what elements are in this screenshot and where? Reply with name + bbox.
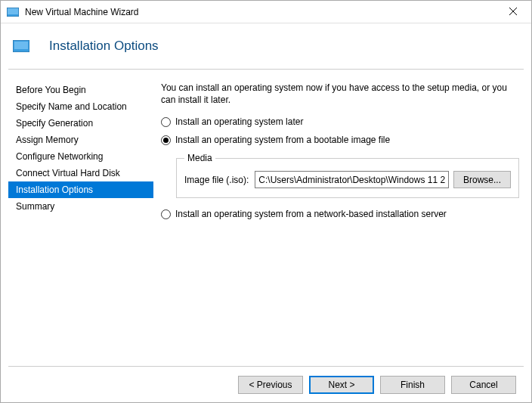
sidebar-item-connect-vhd[interactable]: Connect Virtual Hard Disk — [8, 165, 153, 181]
option-install-image-label: Install an operating system from a boota… — [175, 135, 390, 145]
sidebar-item-configure-networking[interactable]: Configure Networking — [8, 148, 153, 165]
sidebar-item-assign-memory[interactable]: Assign Memory — [8, 132, 153, 148]
page-title: Installation Options — [49, 39, 159, 54]
wizard-sidebar: Before You Begin Specify Name and Locati… — [8, 77, 153, 358]
titlebar: New Virtual Machine Wizard — [1, 1, 531, 23]
cancel-button[interactable]: Cancel — [451, 376, 516, 394]
sidebar-item-installation-options[interactable]: Installation Options — [8, 181, 153, 198]
browse-button[interactable]: Browse... — [453, 171, 511, 188]
finish-button[interactable]: Finish — [380, 376, 445, 394]
svg-rect-5 — [14, 42, 28, 49]
media-legend: Media — [184, 153, 215, 163]
wizard-window: New Virtual Machine Wizard Installation … — [0, 0, 532, 403]
next-button[interactable]: Next > — [309, 376, 374, 394]
main-panel: You can install an operating system now … — [159, 77, 524, 358]
sidebar-item-before-you-begin[interactable]: Before You Begin — [8, 82, 153, 98]
option-install-network[interactable]: Install an operating system from a netwo… — [161, 209, 519, 219]
wizard-footer: < Previous Next > Finish Cancel — [8, 366, 524, 402]
close-button[interactable] — [498, 1, 528, 22]
option-install-network-label: Install an operating system from a netwo… — [175, 209, 447, 219]
media-fieldset: Media Image file (.iso): Browse... — [176, 153, 519, 198]
wizard-header: Installation Options — [1, 23, 531, 69]
sidebar-item-specify-generation[interactable]: Specify Generation — [8, 115, 153, 132]
radio-checked-icon — [161, 135, 171, 145]
sidebar-item-summary[interactable]: Summary — [8, 198, 153, 215]
sidebar-item-specify-name[interactable]: Specify Name and Location — [8, 98, 153, 115]
image-file-input[interactable] — [255, 171, 449, 188]
vm-header-icon — [13, 40, 29, 52]
radio-icon — [161, 209, 171, 219]
media-row: Image file (.iso): Browse... — [184, 171, 511, 188]
intro-text: You can install an operating system now … — [161, 82, 519, 106]
vm-icon — [7, 8, 19, 17]
titlebar-title: New Virtual Machine Wizard — [25, 7, 139, 17]
image-file-label: Image file (.iso): — [184, 175, 249, 185]
close-icon — [509, 8, 517, 15]
option-install-later-label: Install an operating system later — [175, 116, 303, 127]
previous-button[interactable]: < Previous — [238, 376, 303, 394]
content-area: Before You Begin Specify Name and Locati… — [1, 70, 531, 366]
option-install-image[interactable]: Install an operating system from a boota… — [161, 135, 519, 145]
option-install-later[interactable]: Install an operating system later — [161, 116, 519, 127]
radio-icon — [161, 117, 171, 127]
svg-rect-1 — [8, 8, 18, 14]
